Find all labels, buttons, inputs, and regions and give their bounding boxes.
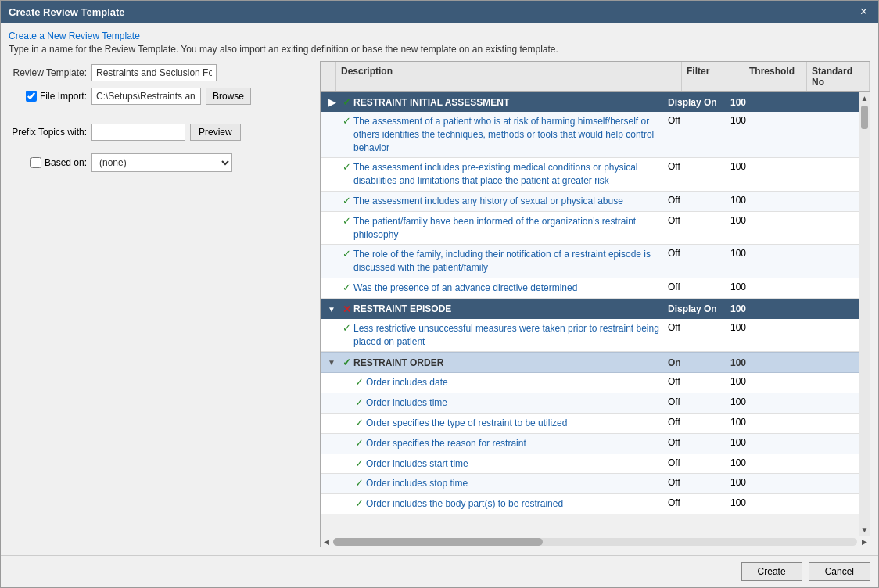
col-filter: Filter <box>682 62 744 91</box>
hscroll-track[interactable] <box>333 538 857 546</box>
create-review-template-dialog: Create Review Template × Create a New Re… <box>0 0 879 588</box>
horizontal-scrollbar[interactable]: ◀ ▶ <box>321 536 870 547</box>
row-filter: Off <box>668 497 730 508</box>
row-threshold: 100 <box>730 322 793 333</box>
prefix-row: Prefix Topics with: Preview <box>9 124 314 141</box>
row-check-icon: ✓ <box>355 437 364 449</box>
row-threshold: 100 <box>730 396 793 407</box>
subsection-title: RESTRAINT ORDER <box>353 357 668 368</box>
row-description: The assessment includes pre-existing med… <box>353 161 668 188</box>
row-check-icon: ✓ <box>355 396 364 408</box>
row-filter: Off <box>668 195 730 206</box>
based-on-select[interactable]: (none) <box>91 153 232 172</box>
table-row: ✓ Was the presence of an advance directi… <box>321 278 859 299</box>
col-threshold: Threshold <box>744 62 807 91</box>
review-template-input[interactable] <box>91 64 217 81</box>
section-restraint-order: ▼ ✓ RESTRAINT ORDER On 100 <box>321 352 859 373</box>
row-check-icon: ✓ <box>355 457 364 469</box>
row-threshold: 100 <box>730 437 793 448</box>
section-title: RESTRAINT EPISODE <box>353 303 668 314</box>
review-template-label: Review Template: <box>9 67 87 78</box>
row-filter: Off <box>668 115 730 126</box>
vertical-scrollbar[interactable]: ▲ ▼ <box>859 92 870 536</box>
table-row: ✓ The assessment of a patient who is at … <box>321 112 859 158</box>
row-threshold: 100 <box>730 195 793 206</box>
row-filter: Off <box>668 457 730 468</box>
row-threshold: 100 <box>730 215 793 226</box>
table-row: ✓ Order includes start time Off 100 <box>321 454 859 475</box>
scroll-thumb[interactable] <box>861 106 868 129</box>
row-description: Was the presence of an advance directive… <box>353 281 668 295</box>
row-filter: Off <box>668 477 730 488</box>
section-filter-value: Display On <box>668 97 730 108</box>
row-threshold: 100 <box>730 376 793 387</box>
section-title: RESTRAINT INITIAL ASSESSMENT <box>353 97 668 108</box>
dialog-body: Create a New Review Template Type in a n… <box>1 23 878 555</box>
row-filter: Off <box>668 396 730 407</box>
row-check-icon: ✓ <box>343 161 351 173</box>
scroll-left-button[interactable]: ◀ <box>321 538 332 546</box>
browse-button[interactable]: Browse <box>206 88 251 105</box>
review-template-row: Review Template: <box>9 64 314 81</box>
scroll-track[interactable] <box>859 104 870 524</box>
dialog-footer: Create Cancel <box>1 555 878 587</box>
row-description: Less restrictive unsuccessful measures w… <box>353 322 668 349</box>
file-import-path[interactable] <box>91 88 201 105</box>
file-import-row: File Import: Browse <box>9 88 314 105</box>
create-template-link[interactable]: Create a New Review Template <box>9 30 140 41</box>
scroll-down-button[interactable]: ▼ <box>861 524 869 536</box>
table-row: ✓ Order specifies the type of restraint … <box>321 414 859 434</box>
close-button[interactable]: × <box>857 5 870 18</box>
file-import-checkbox[interactable] <box>26 91 37 102</box>
row-threshold: 100 <box>730 115 793 126</box>
section-threshold-value: 100 <box>730 303 793 314</box>
table-row: ✓ Order specifies the reason for restrai… <box>321 434 859 454</box>
create-button[interactable]: Create <box>741 562 802 581</box>
main-content: Review Template: File Import: Browse Pre… <box>9 61 870 547</box>
section-check-icon: ✓ <box>343 96 351 108</box>
row-threshold: 100 <box>730 497 793 508</box>
row-check-icon: ✓ <box>355 497 364 509</box>
row-check-icon: ✓ <box>343 322 351 334</box>
row-description: Order includes the body part(s) to be re… <box>366 497 668 511</box>
row-filter: Off <box>668 437 730 448</box>
row-filter: Off <box>668 376 730 387</box>
table-header: Description Filter Threshold Standard No <box>321 62 870 92</box>
hscroll-thumb[interactable] <box>333 538 543 546</box>
row-threshold: 100 <box>730 248 793 259</box>
based-on-checkbox[interactable] <box>30 157 41 168</box>
table-panel: Description Filter Threshold Standard No… <box>320 61 870 547</box>
based-on-label: Based on: <box>45 157 87 168</box>
section-threshold-value: 100 <box>730 97 793 108</box>
row-threshold: 100 <box>730 281 793 292</box>
left-panel: Review Template: File Import: Browse Pre… <box>9 61 314 547</box>
row-check-icon: ✓ <box>343 281 351 293</box>
row-description: The patient/family have been informed of… <box>353 215 668 242</box>
prefix-input[interactable] <box>91 124 185 141</box>
row-threshold: 100 <box>730 161 793 172</box>
section-cross-icon: ✕ <box>343 303 351 315</box>
row-threshold: 100 <box>730 477 793 488</box>
row-check-icon: ✓ <box>355 477 364 489</box>
row-filter: Off <box>668 281 730 292</box>
row-filter: Off <box>668 215 730 226</box>
scroll-right-button[interactable]: ▶ <box>859 538 870 546</box>
subsection-filter-value: On <box>668 357 730 368</box>
section-restraint-initial: ▶ ✓ RESTRAINT INITIAL ASSESSMENT Display… <box>321 92 859 112</box>
arrow-right-icon: ▶ <box>328 97 335 108</box>
table-row: ✓ Order includes time Off 100 <box>321 393 859 414</box>
table-row: ✓ Order includes stop time Off 100 <box>321 474 859 494</box>
table-row: ✓ The assessment includes any history of… <box>321 192 859 212</box>
header-description: Type in a name for the Review Template. … <box>9 44 870 55</box>
row-check-icon: ✓ <box>343 215 351 227</box>
row-description: Order includes date <box>366 376 668 389</box>
scroll-up-button[interactable]: ▲ <box>861 92 869 104</box>
table-body: ▶ ✓ RESTRAINT INITIAL ASSESSMENT Display… <box>321 92 859 536</box>
row-check-icon: ✓ <box>343 248 351 260</box>
table-row: ✓ The assessment includes pre-existing m… <box>321 158 859 192</box>
row-check-icon: ✓ <box>355 376 364 388</box>
cancel-button[interactable]: Cancel <box>809 562 870 581</box>
col-description: Description <box>336 62 682 91</box>
preview-button[interactable]: Preview <box>190 124 241 141</box>
based-on-row: Based on: (none) <box>9 153 314 172</box>
